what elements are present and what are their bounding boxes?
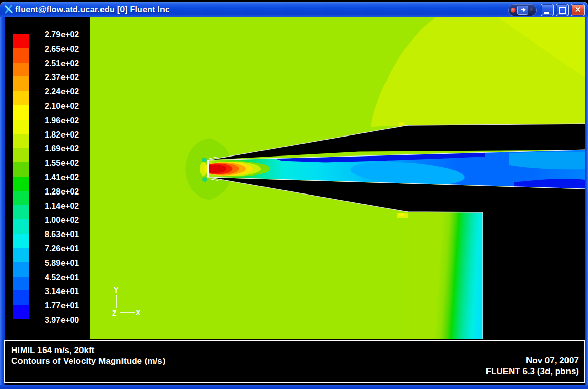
legend-color-block — [13, 234, 29, 248]
annotation-box: HIMIL 164 m/s, 20kft Contours of Velocit… — [4, 340, 585, 383]
legend-color-block — [13, 48, 29, 63]
legend-value-label: 1.96e+02 — [45, 113, 89, 128]
legend-value-label: 1.69e+02 — [45, 142, 89, 156]
session-widget[interactable] — [508, 4, 537, 16]
legend-value-label: 7.26e+01 — [45, 242, 89, 256]
legend-value-label: 4.52e+01 — [45, 270, 89, 285]
flow-field-view[interactable]: Y Z X — [90, 17, 585, 339]
window-title: fluent@flow.atd.ucar.edu [0] Fluent Inc — [15, 2, 170, 17]
legend-value-label: 3.14e+01 — [45, 284, 89, 299]
window-titlebar[interactable]: fluent@flow.atd.ucar.edu [0] Fluent Inc … — [0, 2, 588, 17]
legend-color-block — [13, 148, 29, 162]
session-indicator-icon — [511, 8, 516, 13]
legend-labels: 2.79e+022.65e+022.51e+022.37e+022.24e+02… — [45, 28, 89, 327]
axis-z-label: Z — [112, 309, 117, 317]
maximize-icon — [559, 7, 566, 14]
stagnation-contour-2 — [204, 164, 207, 173]
legend-value-label: 2.24e+02 — [45, 85, 89, 99]
legend-color-block — [13, 120, 29, 134]
legend-color-block — [13, 76, 29, 91]
legend-value-label: 5.89e+01 — [45, 256, 89, 270]
legend-value-label: 2.10e+02 — [45, 99, 89, 113]
plot-date: Nov 07, 2007 — [486, 356, 579, 366]
fluent-window: { "window": { "title": "fluent@flow.atd.… — [0, 0, 588, 389]
jet-plume — [200, 161, 270, 177]
legend-value-label: 1.28e+02 — [45, 185, 89, 199]
legend-color-block — [13, 248, 29, 262]
legend-value-label: 1.55e+02 — [45, 156, 89, 170]
shade-button[interactable] — [517, 6, 528, 15]
legend-color-block — [13, 134, 29, 148]
fluent-x-logo-icon — [4, 5, 13, 14]
legend-color-block — [13, 277, 29, 291]
legend-color-block — [13, 205, 29, 220]
legend-colorbar — [13, 34, 29, 319]
plot-title: Contours of Velocity Magnitude (m/s) — [11, 356, 165, 366]
lip-yellow-spot — [399, 123, 404, 126]
window-border-left[interactable] — [0, 17, 5, 385]
legend-color-block — [13, 177, 29, 191]
colormap-legend: 2.79e+022.65e+022.51e+022.37e+022.24e+02… — [5, 17, 90, 339]
legend-value-label: 1.82e+02 — [45, 128, 89, 142]
legend-value-label: 1.00e+02 — [45, 213, 89, 227]
legend-color-block — [13, 305, 29, 319]
legend-color-block — [13, 34, 29, 48]
window-border-right[interactable] — [585, 17, 588, 385]
legend-value-label: 3.97e+00 — [45, 313, 89, 327]
wake-yellow-patch-2 — [399, 213, 404, 216]
legend-value-label: 1.14e+02 — [45, 199, 89, 213]
legend-value-label: 1.41e+02 — [45, 170, 89, 185]
minimize-icon — [544, 12, 549, 14]
legend-color-block — [13, 191, 29, 205]
close-button[interactable]: ✕ — [571, 4, 585, 16]
solver-version: FLUENT 6.3 (3d, pbns) — [486, 366, 579, 377]
titlebar-buttons: ✕ — [508, 4, 585, 16]
legend-value-label: 2.37e+02 — [45, 70, 89, 85]
maximize-button[interactable] — [556, 4, 569, 16]
axis-y-label: Y — [114, 286, 119, 294]
case-title: HIMIL 164 m/s, 20kft — [11, 345, 165, 356]
legend-color-block — [13, 262, 29, 277]
legend-color-block — [13, 219, 29, 234]
legend-color-block — [13, 105, 29, 120]
minimize-button[interactable] — [541, 4, 554, 16]
graphics-canvas[interactable]: 2.79e+022.65e+022.51e+022.37e+022.24e+02… — [5, 17, 585, 339]
legend-value-label: 2.79e+02 — [45, 28, 89, 42]
window-border-bottom[interactable] — [0, 385, 588, 389]
legend-color-block — [13, 290, 29, 305]
annotation-right: Nov 07, 2007 FLUENT 6.3 (3d, pbns) — [486, 356, 579, 377]
wake-bands-contour — [408, 212, 483, 339]
legend-color-block — [13, 63, 29, 77]
legend-value-label: 8.63e+01 — [45, 227, 89, 242]
legend-color-block — [13, 162, 29, 177]
axis-x-label: X — [136, 308, 141, 317]
inlet-face-line — [207, 160, 209, 178]
annotation-left: HIMIL 164 m/s, 20kft Contours of Velocit… — [11, 345, 165, 366]
legend-value-label: 2.65e+02 — [45, 42, 89, 56]
legend-value-label: 1.77e+01 — [45, 299, 89, 313]
legend-color-block — [13, 91, 29, 105]
arrow-head-icon — [523, 8, 526, 12]
session-dot-icon — [530, 8, 534, 12]
legend-value-label: 2.51e+02 — [45, 56, 89, 71]
